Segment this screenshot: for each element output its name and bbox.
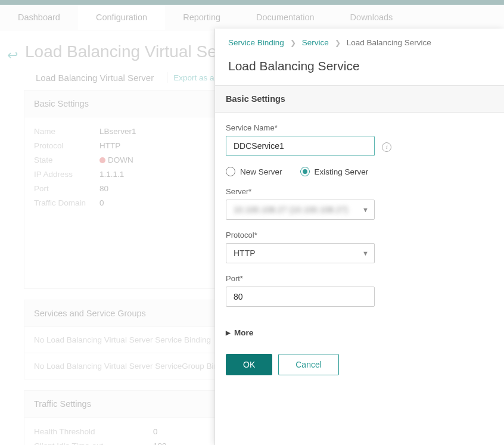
radio-new-server[interactable]: New Server	[226, 167, 282, 176]
top-bar	[0, 0, 504, 5]
breadcrumb-service-binding[interactable]: Service Binding	[228, 38, 284, 47]
label-health: Health Threshold	[34, 427, 153, 436]
panel-title: Load Balancing Service	[215, 53, 504, 85]
divider	[167, 72, 167, 83]
radio-existing-server[interactable]: Existing Server	[300, 167, 369, 176]
ok-button[interactable]: OK	[226, 354, 272, 375]
info-icon[interactable]: i	[382, 142, 391, 152]
panel-section-header: Basic Settings	[215, 86, 504, 113]
label-protocol: Protocol	[34, 141, 99, 150]
servicegroup-binding-text: Load Balancing Virtual Server ServiceGro…	[46, 362, 233, 371]
label-ip: IP Address	[34, 170, 99, 179]
service-binding-text: Load Balancing Virtual Server Service Bi…	[46, 335, 211, 344]
more-toggle[interactable]: ▶ More	[215, 322, 504, 348]
side-panel: Service Binding ❯ Service ❯ Load Balanci…	[214, 29, 504, 445]
tab-dashboard[interactable]: Dashboard	[0, 5, 78, 30]
chevron-right-icon: ❯	[335, 39, 341, 47]
tab-reporting[interactable]: Reporting	[165, 5, 238, 30]
breadcrumb-service[interactable]: Service	[302, 38, 329, 47]
panel-basic-settings: Basic Settings Service Name* i New Serve…	[215, 85, 504, 348]
label-port: Port	[34, 184, 99, 193]
status-dot-icon	[99, 157, 105, 163]
port-label: Port*	[226, 274, 493, 283]
cancel-button[interactable]: Cancel	[278, 354, 339, 375]
chevron-right-icon: ❯	[290, 39, 296, 47]
protocol-select[interactable]: HTTP	[226, 243, 375, 263]
label-idle: Client Idle Time-out	[34, 441, 153, 445]
server-label: Server*	[226, 187, 493, 196]
no-label: No	[34, 335, 44, 344]
triangle-right-icon: ▶	[226, 329, 231, 336]
tab-configuration[interactable]: Configuration	[78, 5, 165, 30]
port-input[interactable]	[226, 287, 375, 307]
field-server: Server* 10.100.108.27 (10.100.108.27) ▼	[226, 187, 493, 220]
label-name: Name	[34, 127, 99, 136]
server-type-radio-group: New Server Existing Server	[226, 167, 493, 176]
field-protocol: Protocol* HTTP ▼	[226, 231, 493, 263]
label-state: State	[34, 155, 99, 164]
breadcrumb: Service Binding ❯ Service ❯ Load Balanci…	[215, 29, 504, 53]
state-text: DOWN	[108, 155, 133, 164]
radio-icon	[226, 167, 235, 176]
service-name-label: Service Name*	[226, 123, 493, 132]
back-arrow-icon[interactable]: ↩	[7, 48, 18, 63]
subheader-title: Load Balancing Virtual Server	[36, 73, 154, 83]
tab-documentation[interactable]: Documentation	[238, 5, 332, 30]
server-select[interactable]: 10.100.108.27 (10.100.108.27)	[226, 200, 375, 220]
service-name-input[interactable]	[226, 136, 375, 156]
radio-existing-label: Existing Server	[315, 167, 369, 176]
field-service-name: Service Name* i	[226, 123, 493, 156]
tab-bar: Dashboard Configuration Reporting Docume…	[0, 5, 504, 30]
server-value: 10.100.108.27 (10.100.108.27)	[234, 205, 348, 214]
label-traffic: Traffic Domain	[34, 198, 99, 207]
radio-new-label: New Server	[240, 167, 282, 176]
tab-downloads[interactable]: Downloads	[332, 5, 411, 30]
radio-icon	[300, 167, 310, 176]
button-row: OK Cancel	[215, 348, 504, 381]
breadcrumb-current: Load Balancing Service	[347, 38, 431, 47]
more-label: More	[234, 328, 253, 337]
field-port: Port*	[226, 274, 493, 307]
no-label: No	[34, 362, 44, 371]
protocol-label: Protocol*	[226, 231, 493, 239]
